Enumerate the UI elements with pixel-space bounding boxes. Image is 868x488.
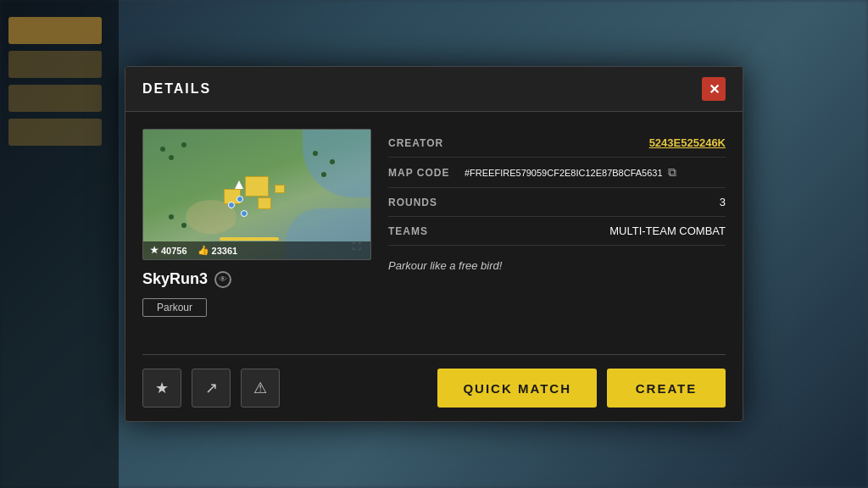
share-icon: ↗	[205, 379, 218, 397]
close-button[interactable]: ✕	[702, 77, 726, 101]
like-stat-icon: 👍	[198, 245, 209, 256]
like-count: 23361	[212, 246, 238, 256]
map-thumbnail: ⛶ ★ 40756 👍 23361	[142, 129, 371, 260]
map-building-3	[258, 197, 271, 209]
star-icon: ★	[155, 379, 169, 397]
copy-icon[interactable]: ⧉	[668, 165, 676, 180]
sidebar-item-3	[8, 85, 102, 112]
star-stat-icon: ★	[150, 245, 159, 256]
map-building-4	[275, 185, 285, 193]
create-button[interactable]: CREATE	[607, 369, 726, 408]
tree-1	[160, 147, 165, 152]
map-stats-bar: ★ 40756 👍 23361	[143, 241, 370, 259]
sidebar-background	[0, 0, 119, 488]
modal-body: ⛶ ★ 40756 👍 23361 SkyRun3 👁	[125, 112, 743, 354]
teams-value: MULTI-TEAM COMBAT	[609, 225, 726, 237]
player-dot-1	[228, 202, 235, 208]
modal-title: DETAILS	[142, 81, 211, 97]
tree-6	[321, 172, 326, 177]
mapcode-label: MAP CODE	[388, 167, 465, 179]
map-description: Parkour like a free bird!	[388, 259, 726, 272]
mapcode-value: #FREEFIRE579059CF2E8IC12E87B8CFA5631	[465, 168, 663, 178]
quick-match-button[interactable]: QUICK MATCH	[437, 369, 597, 408]
map-name-row: SkyRun3 👁	[142, 270, 371, 288]
rounds-row: ROUNDS 3	[388, 188, 726, 217]
eye-icon[interactable]: 👁	[214, 271, 231, 288]
warning-icon: ⚠	[253, 379, 267, 397]
player-dot-3	[236, 196, 243, 202]
tree-8	[181, 223, 186, 228]
share-button[interactable]: ↗	[192, 369, 231, 408]
player-dot-2	[241, 210, 248, 217]
star-stat: ★ 40756	[150, 245, 187, 256]
star-count: 40756	[161, 246, 187, 256]
map-arrow	[235, 180, 243, 189]
creator-label: CREATOR	[388, 137, 465, 149]
sidebar-item-1	[8, 17, 102, 44]
tree-3	[181, 142, 186, 147]
parkour-tag[interactable]: Parkour	[142, 298, 207, 317]
left-panel: ⛶ ★ 40756 👍 23361 SkyRun3 👁	[142, 129, 371, 337]
creator-row: CREATOR 5243E525246K	[388, 129, 726, 158]
map-name: SkyRun3	[142, 270, 208, 288]
mapcode-row: MAP CODE #FREEFIRE579059CF2E8IC12E87B8CF…	[388, 158, 726, 188]
right-panel: CREATOR 5243E525246K MAP CODE #FREEFIRE5…	[388, 129, 726, 337]
map-bar	[220, 237, 279, 241]
sidebar-item-4	[8, 119, 102, 146]
teams-label: TEAMS	[388, 225, 465, 237]
modal-footer: ★ ↗ ⚠ QUICK MATCH CREATE	[125, 355, 743, 421]
details-modal: DETAILS ✕	[125, 66, 743, 422]
favorite-button[interactable]: ★	[142, 369, 181, 408]
creator-value: 5243E525246K	[649, 136, 726, 149]
map-building-1	[245, 176, 269, 197]
modal-header: DETAILS ✕	[125, 67, 743, 112]
mapcode-value-container: #FREEFIRE579059CF2E8IC12E87B8CFA5631 ⧉	[465, 165, 676, 180]
rounds-label: ROUNDS	[388, 197, 465, 208]
tree-4	[313, 151, 318, 156]
tree-7	[169, 214, 174, 219]
rounds-value: 3	[720, 196, 726, 208]
sidebar-item-2	[8, 51, 102, 78]
like-stat: 👍 23361	[198, 245, 238, 256]
tree-5	[330, 159, 335, 164]
tag-container: Parkour	[142, 298, 371, 317]
warning-button[interactable]: ⚠	[241, 369, 280, 408]
teams-row: TEAMS MULTI-TEAM COMBAT	[388, 217, 726, 246]
tree-2	[169, 155, 174, 160]
